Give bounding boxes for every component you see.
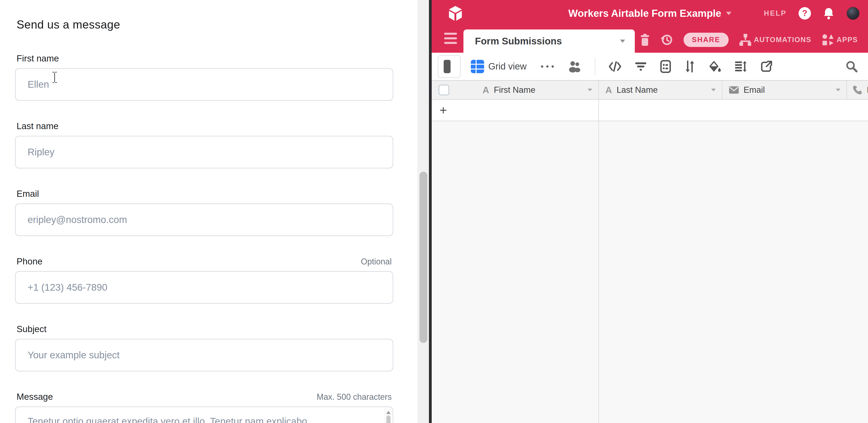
base-title: Workers Airtable Form Example [568,8,721,19]
airtable-box-logo[interactable] [448,5,463,22]
user-avatar[interactable] [846,7,860,20]
message-max-note: Max. 500 characters [317,392,392,402]
email-label: Email [17,189,39,199]
grid-view-icon [471,60,484,73]
column-caret-icon[interactable] [836,89,840,91]
share-view-icon[interactable] [761,61,772,72]
row-height-icon[interactable] [735,61,747,72]
column-name: Email [744,85,765,95]
page-scroll-thumb[interactable] [420,172,427,343]
last-name-field: Last name Ripley [15,121,393,169]
grid-column-headers: A First Name A Last Name Email [432,81,868,100]
phone-input[interactable]: +1 (123) 456-7890 [15,271,393,304]
message-textarea[interactable]: Tenetur optio quaerat expedita vero et i… [15,406,393,423]
last-name-label: Last name [17,121,58,131]
email-field-icon [729,86,739,94]
sort-icon[interactable] [684,60,695,73]
airtable-viewbar: Grid view [432,53,868,81]
table-tab-label: Form Submissions [475,36,562,47]
first-name-input[interactable]: Ellen [15,68,393,101]
frozen-column-divider [598,100,599,423]
first-name-label: First name [17,53,59,63]
first-name-placeholder: Ellen [28,79,49,90]
share-button-label: SHARE [692,36,720,44]
contact-form-pane: Send us a message First name Ellen Last … [0,0,417,423]
column-name: First Name [494,85,535,95]
trash-icon[interactable] [640,33,650,46]
subject-input[interactable]: Your example subject [15,339,393,371]
subject-placeholder: Your example subject [28,350,120,361]
automations-icon [739,33,751,46]
message-label: Message [17,392,53,402]
column-header-email[interactable]: Email [722,81,847,99]
table-tab-form-submissions[interactable]: Form Submissions [463,29,635,53]
screen: Send us a message First name Ellen Last … [0,0,868,423]
search-icon[interactable] [845,60,858,73]
view-name[interactable]: Grid view [488,61,527,71]
filter-icon[interactable] [635,61,647,72]
last-name-placeholder: Ripley [28,147,55,158]
phone-optional-note: Optional [361,257,392,267]
apps-button[interactable]: APPS [822,34,858,46]
code-icon[interactable] [609,61,621,72]
scroll-up-arrow-icon[interactable] [386,411,391,414]
base-title-group[interactable]: Workers Airtable Form Example [568,0,732,27]
automations-label: AUTOMATIONS [754,36,811,44]
select-all-cell [432,81,476,99]
grid-canvas [432,121,868,423]
message-field: Message Max. 500 characters Tenetur opti… [15,392,393,423]
phone-label: Phone [17,256,42,267]
message-text: Tenetur optio quaerat expedita vero et i… [28,416,307,423]
group-icon[interactable] [660,60,671,73]
column-name: Last Name [617,85,658,95]
textarea-scrollbar[interactable] [385,408,392,423]
column-header-phone[interactable]: P [847,81,868,99]
toolbar-divider [595,58,595,75]
table-tab-caret-icon [620,39,625,43]
menu-icon[interactable] [444,33,457,47]
phone-placeholder: +1 (123) 456-7890 [28,282,107,293]
help-button[interactable]: HELP [764,9,786,18]
subject-field: Subject Your example subject [15,324,393,371]
page-scrollbar[interactable] [417,0,429,423]
form-title: Send us a message [15,18,393,31]
phone-field: Phone Optional +1 (123) 456-7890 [15,256,393,304]
text-cursor [52,72,57,83]
email-field: Email eripley@nostromo.com [15,189,393,236]
base-title-caret-icon [726,12,732,15]
select-all-checkbox[interactable] [439,85,449,95]
add-row-plus-icon[interactable]: + [439,104,447,117]
apps-label: APPS [837,36,858,44]
subject-label: Subject [17,324,46,334]
single-line-text-icon: A [483,85,489,95]
textarea-scroll-thumb[interactable] [386,415,391,423]
window-divider [429,0,432,423]
apps-icon [822,34,834,46]
add-row[interactable]: + [432,100,868,121]
sidebar-toggle-icon[interactable] [438,55,461,78]
collaborators-icon[interactable] [567,61,582,72]
history-icon[interactable] [660,33,673,46]
column-caret-icon[interactable] [711,89,716,91]
email-input[interactable]: eripley@nostromo.com [15,204,393,236]
phone-field-icon [852,85,862,95]
column-name: P [867,85,868,95]
column-header-first-name[interactable]: A First Name [476,81,599,99]
automations-button[interactable]: AUTOMATIONS [739,33,811,46]
bell-icon[interactable] [823,7,834,20]
email-placeholder: eripley@nostromo.com [28,214,127,225]
airtable-topbar: Workers Airtable Form Example HELP ? [432,0,868,27]
last-name-input[interactable]: Ripley [15,136,393,169]
first-name-field: First name Ellen [15,53,393,101]
column-header-last-name[interactable]: A Last Name [599,81,722,99]
column-caret-icon[interactable] [588,89,592,91]
help-circle-icon[interactable]: ? [799,7,811,20]
airtable-pane: Workers Airtable Form Example HELP ? For… [432,0,868,423]
single-line-text-icon: A [606,85,612,95]
ellipsis-icon[interactable] [541,65,554,68]
color-icon[interactable] [708,60,721,73]
airtable-tabbar: Form Submissions [432,27,868,53]
share-button[interactable]: SHARE [684,33,728,47]
